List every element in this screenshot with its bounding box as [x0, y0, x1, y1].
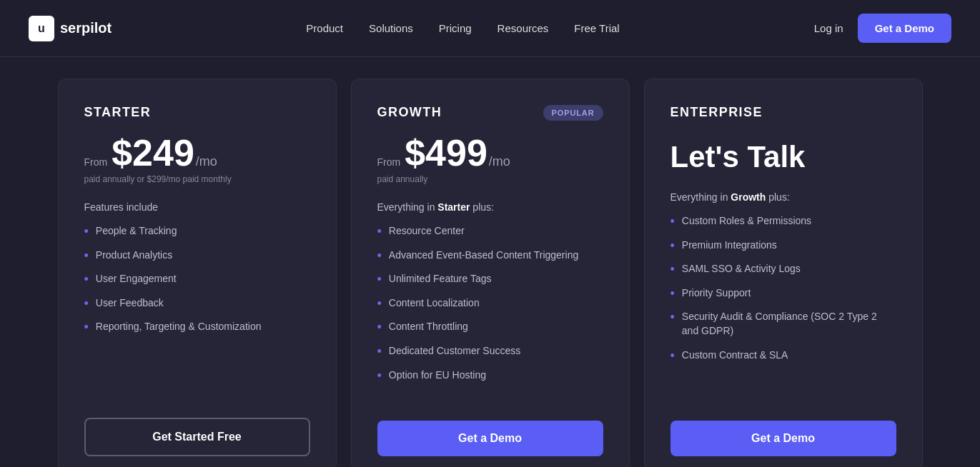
bullet-icon: •	[670, 215, 675, 228]
bullet-icon: •	[377, 249, 382, 262]
nav-item-pricing[interactable]: Pricing	[439, 22, 472, 34]
bullet-icon: •	[670, 263, 675, 276]
list-item: •Resource Center	[377, 224, 603, 238]
feature-text: Content Throttling	[389, 320, 468, 334]
bullet-icon: •	[670, 349, 675, 362]
feature-text: Option for EU Hosting	[389, 368, 486, 383]
list-item: •Priority Support	[670, 286, 896, 301]
list-item: •Content Throttling	[377, 320, 603, 334]
feature-text: Unlimited Feature Tags	[389, 272, 492, 286]
starter-price-row: From $249 /mo	[84, 134, 310, 171]
starter-cta-area: Get Started Free	[84, 406, 310, 467]
login-button[interactable]: Log in	[814, 22, 843, 34]
bullet-icon: •	[670, 311, 675, 323]
feature-text: User Engagement	[96, 272, 177, 286]
bullet-icon: •	[670, 239, 675, 252]
starter-price-mo: /mo	[196, 154, 217, 169]
bullet-icon: •	[377, 225, 382, 238]
feature-text: Reporting, Targeting & Customization	[96, 320, 262, 334]
list-item: •Custom Contract & SLA	[670, 348, 896, 363]
feature-text: Custom Roles & Permissions	[682, 214, 811, 229]
bullet-icon: •	[377, 297, 382, 310]
list-item: •Security Audit & Compliance (SOC 2 Type…	[670, 310, 896, 338]
logo-text: serpilot	[60, 20, 112, 36]
list-item: •Content Localization	[377, 296, 603, 311]
popular-badge: POPULAR	[543, 105, 603, 121]
enterprise-plan-card: ENTERPRISE Let's Talk Everything in Grow…	[644, 79, 923, 467]
starter-features-label: Features include	[84, 201, 310, 213]
bullet-icon: •	[377, 369, 382, 382]
growth-price-mo: /mo	[489, 154, 510, 169]
enterprise-feature-list: •Custom Roles & Permissions •Premium Int…	[670, 214, 896, 392]
enterprise-lets-talk: Let's Talk	[670, 140, 896, 174]
logo-icon: u	[29, 16, 54, 41]
navbar: u serpilot Product Solutions Pricing Res…	[0, 0, 980, 57]
growth-get-demo-button[interactable]: Get a Demo	[377, 421, 603, 456]
bullet-icon: •	[377, 273, 382, 286]
enterprise-plan-name: ENTERPRISE	[670, 105, 896, 120]
bullet-icon: •	[84, 249, 89, 262]
feature-text: SAML SSO & Activity Logs	[682, 262, 801, 276]
starter-plan-name: STARTER	[84, 105, 310, 120]
feature-text: Content Localization	[389, 296, 480, 311]
nav-item-resources[interactable]: Resources	[498, 22, 549, 34]
feature-text: User Feedback	[96, 296, 164, 311]
list-item: •Unlimited Feature Tags	[377, 272, 603, 286]
bullet-icon: •	[84, 297, 89, 310]
feature-text: Resource Center	[389, 224, 465, 238]
list-item: •User Feedback	[84, 296, 310, 311]
feature-text: Product Analytics	[96, 248, 172, 263]
growth-features-label: Everything in Starter plus:	[377, 201, 603, 213]
feature-text: Advanced Event-Based Content Triggering	[389, 248, 578, 263]
growth-cta-area: Get a Demo	[377, 409, 603, 467]
list-item: •SAML SSO & Activity Logs	[670, 262, 896, 276]
bullet-icon: •	[670, 287, 675, 300]
logo[interactable]: u serpilot	[29, 16, 112, 41]
growth-feature-list: •Resource Center •Advanced Event-Based C…	[377, 224, 603, 392]
list-item: •Dedicated Customer Success	[377, 344, 603, 358]
list-item: •User Engagement	[84, 272, 310, 286]
growth-price-row: From $499 /mo	[377, 134, 603, 171]
enterprise-cta-area: Get a Demo	[670, 409, 896, 467]
starter-price-from: From	[84, 156, 108, 168]
enterprise-features-bold: Growth	[731, 191, 766, 203]
growth-plan-card: GROWTH POPULAR From $499 /mo paid annual…	[351, 79, 630, 467]
feature-text: Premium Integrations	[682, 238, 777, 253]
feature-text: Dedicated Customer Success	[389, 344, 520, 358]
feature-text: Security Audit & Compliance (SOC 2 Type …	[682, 310, 896, 338]
nav-actions: Log in Get a Demo	[814, 14, 951, 43]
bullet-icon: •	[377, 345, 382, 358]
starter-price-amount: $249	[112, 134, 194, 171]
get-started-free-button[interactable]: Get Started Free	[84, 418, 310, 456]
list-item: •Reporting, Targeting & Customization	[84, 320, 310, 334]
bullet-icon: •	[84, 321, 89, 333]
list-item: •People & Tracking	[84, 224, 310, 238]
enterprise-get-demo-button[interactable]: Get a Demo	[670, 421, 896, 456]
pricing-section: STARTER From $249 /mo paid annually or $…	[0, 57, 980, 467]
bullet-icon: •	[377, 321, 382, 333]
feature-text: Custom Contract & SLA	[682, 348, 788, 363]
enterprise-features-label: Everything in Growth plus:	[670, 191, 896, 203]
list-item: •Premium Integrations	[670, 238, 896, 253]
nav-item-product[interactable]: Product	[306, 22, 343, 34]
nav-links: Product Solutions Pricing Resources Free…	[306, 22, 619, 34]
list-item: •Advanced Event-Based Content Triggering	[377, 248, 603, 263]
list-item: •Option for EU Hosting	[377, 368, 603, 383]
nav-item-free-trial[interactable]: Free Trial	[574, 22, 619, 34]
list-item: •Custom Roles & Permissions	[670, 214, 896, 229]
growth-features-bold: Starter	[437, 201, 470, 213]
growth-price-amount: $499	[405, 134, 487, 171]
starter-plan-card: STARTER From $249 /mo paid annually or $…	[58, 79, 337, 467]
feature-text: Priority Support	[682, 286, 751, 301]
bullet-icon: •	[84, 225, 89, 238]
growth-price-from: From	[377, 156, 401, 168]
bullet-icon: •	[84, 273, 89, 286]
starter-feature-list: •People & Tracking •Product Analytics •U…	[84, 224, 310, 389]
growth-price-note: paid annually	[377, 174, 603, 184]
nav-item-solutions[interactable]: Solutions	[369, 22, 413, 34]
starter-price-note: paid annually or $299/mo paid monthly	[84, 174, 310, 184]
feature-text: People & Tracking	[96, 224, 177, 238]
get-demo-nav-button[interactable]: Get a Demo	[858, 14, 951, 43]
list-item: •Product Analytics	[84, 248, 310, 263]
